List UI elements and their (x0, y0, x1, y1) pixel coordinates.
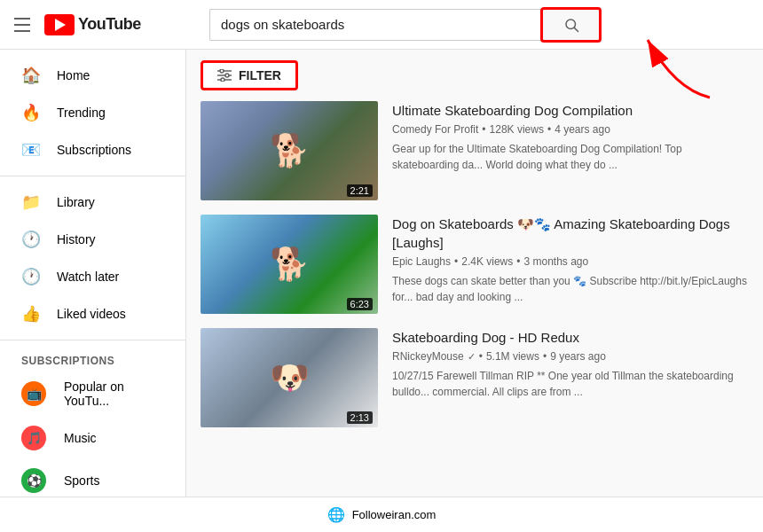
sidebar-label-library: Library (57, 195, 95, 209)
sidebar-label-watch-later: Watch later (57, 270, 119, 284)
video-meta-1: Comedy For Profit • 128K views • 4 years… (392, 123, 749, 136)
channel-name-1: Comedy For Profit (392, 123, 478, 136)
video-item[interactable]: 🐶 2:13 Skateboarding Dog - HD Redux RNic… (201, 328, 749, 427)
video-info-2: Dog on Skateboards 🐶🐾 Amazing Skateboard… (392, 215, 749, 314)
video-desc-1: Gear up for the Ultimate Skateboarding D… (392, 141, 749, 173)
header: YouTube (0, 0, 763, 50)
view-count-3: 5.1M views (486, 350, 539, 363)
video-meta-3: RNickeyMouse ✓ • 5.1M views • 9 years ag… (392, 350, 749, 363)
view-count-2: 2.4K views (461, 255, 513, 268)
search-bar (209, 9, 600, 41)
filter-label: FILTER (239, 68, 281, 82)
sidebar-label-sports: Sports (64, 473, 99, 488)
sidebar-label-home: Home (57, 68, 90, 82)
svg-point-6 (220, 69, 224, 73)
filter-button[interactable]: FILTER (201, 60, 298, 90)
sidebar-item-home[interactable]: 🏠 Home (0, 57, 185, 94)
upload-age-3: 9 years ago (550, 350, 606, 363)
library-icon: 📁 (21, 192, 39, 212)
search-button[interactable] (543, 9, 600, 41)
subscriptions-icon: 📧 (21, 140, 39, 160)
music-channel-icon: 🎵 (21, 426, 46, 450)
upload-age-1: 4 years ago (555, 123, 610, 136)
header-left: YouTube (14, 14, 192, 35)
logo-text: YouTube (78, 15, 141, 34)
sidebar-item-history[interactable]: 🕐 History (0, 221, 185, 258)
video-meta-2: Epic Laughs • 2.4K views • 3 months ago (392, 255, 749, 268)
duration-badge-3: 2:13 (347, 411, 373, 424)
svg-point-8 (221, 78, 224, 82)
filter-icon (217, 69, 232, 82)
content-area: FILTER 🐕 2:21 Ultimate Skateboarding Dog… (186, 50, 763, 497)
hamburger-menu[interactable] (14, 18, 30, 32)
trending-icon: 🔥 (21, 103, 39, 122)
main-layout: 🏠 Home 🔥 Trending 📧 Subscriptions 📁 Libr… (0, 50, 763, 497)
sidebar-label-trending: Trending (57, 106, 106, 120)
video-title-2: Dog on Skateboards 🐶🐾 Amazing Skateboard… (392, 215, 749, 252)
subscriptions-section-label: SUBSCRIPTIONS (0, 348, 185, 371)
sidebar-item-music[interactable]: 🎵 Music (0, 417, 185, 459)
video-desc-3: 10/27/15 Farewell Tillman RIP ** One yea… (392, 368, 749, 400)
channel-name-2: Epic Laughs (392, 255, 451, 268)
video-list: 🐕 2:21 Ultimate Skateboarding Dog Compil… (186, 101, 763, 427)
verified-icon-3: ✓ (468, 351, 476, 363)
video-item[interactable]: 🐕 6:23 Dog on Skateboards 🐶🐾 Amazing Ska… (201, 215, 749, 314)
logo[interactable]: YouTube (44, 14, 141, 35)
sidebar-divider-2 (0, 340, 185, 340)
channel-name-3: RNickeyMouse (392, 350, 464, 363)
duration-badge-1: 2:21 (347, 184, 373, 197)
svg-point-7 (225, 74, 229, 77)
footer-brand: Followeiran.com (352, 508, 437, 521)
sidebar-item-watch-later[interactable]: 🕐 Watch later (0, 258, 185, 295)
search-button-highlight (540, 7, 602, 43)
sidebar-item-trending[interactable]: 🔥 Trending (0, 94, 185, 131)
filter-bar: FILTER (186, 50, 763, 101)
sidebar: 🏠 Home 🔥 Trending 📧 Subscriptions 📁 Libr… (0, 50, 186, 497)
upload-age-2: 3 months ago (523, 255, 588, 268)
footer: 🌐 Followeiran.com (0, 497, 763, 532)
thumbnail-2: 🐕 6:23 (201, 215, 378, 314)
sidebar-label-subscriptions: Subscriptions (57, 143, 131, 157)
video-info-3: Skateboarding Dog - HD Redux RNickeyMous… (392, 328, 749, 427)
sidebar-item-subscriptions[interactable]: 📧 Subscriptions (0, 131, 185, 168)
sidebar-item-liked-videos[interactable]: 👍 Liked videos (0, 295, 185, 332)
youtube-logo-icon (44, 14, 75, 35)
sidebar-label-liked-videos: Liked videos (57, 307, 126, 321)
search-input[interactable] (209, 9, 543, 41)
globe-icon: 🌐 (327, 506, 345, 523)
video-item[interactable]: 🐕 2:21 Ultimate Skateboarding Dog Compil… (201, 101, 749, 200)
video-desc-2: These dogs can skate better than you 🐾 S… (392, 273, 749, 305)
video-title-3: Skateboarding Dog - HD Redux (392, 328, 749, 347)
popular-channel-icon: 📺 (21, 381, 46, 406)
sidebar-item-sports[interactable]: ⚽ Sports (0, 459, 185, 497)
home-icon: 🏠 (21, 66, 39, 85)
sidebar-divider-1 (0, 176, 185, 176)
sidebar-label-music: Music (64, 431, 97, 445)
liked-videos-icon: 👍 (21, 304, 39, 324)
sidebar-label-history: History (57, 232, 96, 246)
sidebar-item-library[interactable]: 📁 Library (0, 184, 185, 221)
sidebar-label-popular: Popular on YouTu... (64, 379, 164, 408)
thumbnail-1: 🐕 2:21 (201, 101, 378, 200)
video-info-1: Ultimate Skateboarding Dog Compilation C… (392, 101, 749, 200)
watch-later-icon: 🕐 (21, 267, 39, 286)
video-title-1: Ultimate Skateboarding Dog Compilation (392, 101, 749, 120)
sidebar-item-popular[interactable]: 📺 Popular on YouTu... (0, 371, 185, 417)
sports-channel-icon: ⚽ (21, 468, 46, 493)
history-icon: 🕐 (21, 230, 39, 249)
view-count-1: 128K views (490, 123, 544, 136)
duration-badge-2: 6:23 (347, 298, 373, 310)
thumbnail-3: 🐶 2:13 (201, 328, 378, 427)
